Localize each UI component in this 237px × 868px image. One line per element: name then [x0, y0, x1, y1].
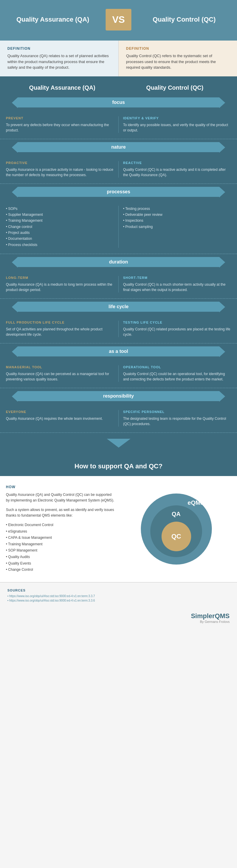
category-banner-1: nature: [18, 142, 219, 152]
eqms-section: HOW Quality Assurance (QA) and Quality C…: [0, 476, 237, 582]
row-qa-body-5: Quality Assurance (QA) can be perceived …: [6, 371, 114, 382]
row-qc-body-3: Quality Control (QC) is a much shorter-t…: [123, 282, 231, 292]
comparison-header: Quality Assurance (QA) Quality Control (…: [0, 76, 237, 94]
row-qc-body-1: Quality Control (QC) is a reactive activ…: [123, 167, 231, 178]
source-link: • https://www.iso.org/obp/ui/#iso:std:is…: [7, 599, 230, 602]
row-qc-subtitle-0: IDENTIFY & VERIFY: [123, 116, 231, 120]
row-qa-subtitle-4: FULL PRODUCTION LIFE CYCLE: [6, 321, 114, 324]
comp-title-qc: Quality Control (QC): [118, 84, 231, 91]
category-banner-0: focus: [18, 97, 219, 107]
list-item: Training Management: [6, 218, 114, 223]
footer-brand: SimplerQMS By Germans Frolovs: [0, 609, 237, 629]
row-right-4: TESTING LIFE CYCLEQuality Control (QC) r…: [118, 321, 231, 337]
list-item: Change control: [6, 224, 114, 230]
row-focus: PREVENTTo prevent any defects before the…: [0, 111, 237, 139]
row-qa-list-2: SOPsSupplier ManagementTraining Manageme…: [6, 206, 114, 248]
row-life-cycle: FULL PRODUCTION LIFE CYCLESet of QA acti…: [0, 315, 237, 343]
list-item: Deliverable peer review: [123, 212, 231, 218]
definition-qc-text: Quality Control (QC) refers to the syste…: [126, 53, 230, 70]
arrow-section: [0, 433, 237, 457]
list-item: Project audits: [6, 230, 114, 236]
how-label: HOW: [6, 485, 116, 489]
row-right-0: IDENTIFY & VERIFYTo identify any possibl…: [118, 116, 231, 133]
row-qa-subtitle-3: LONG-TERM: [6, 276, 114, 279]
row-qa-body-6: Quality Assurance (QA) requires the whol…: [6, 416, 114, 421]
eqms-right: eQMS QA QC: [122, 485, 231, 573]
category-banner-wrap-6: responsibility: [0, 388, 237, 404]
comparison-section: Quality Assurance (QA) Quality Control (…: [0, 76, 237, 476]
row-as-a-tool: MANAGERIAL TOOLQuality Assurance (QA) ca…: [0, 360, 237, 388]
category-banner-5: as a tool: [18, 346, 219, 356]
header-qc-title: Quality Control (QC): [137, 16, 231, 24]
header-qa: Quality Assurance (QA): [6, 16, 100, 24]
how-title-text: How to support QA and QC?: [6, 462, 231, 470]
category-banner-wrap-3: duration: [0, 254, 237, 270]
brand-info: SimplerQMS By Germans Frolovs: [191, 612, 230, 623]
list-item: CAPA & Issue Management: [6, 535, 116, 541]
list-item: Product sampling: [123, 224, 231, 230]
row-qc-subtitle-6: SPECIFIC PERSONNEL: [123, 410, 231, 413]
row-qa-body-0: To prevent any defects before they occur…: [6, 122, 114, 133]
row-qa-subtitle-5: MANAGERIAL TOOL: [6, 365, 114, 369]
venn-inner-circle: QC: [162, 522, 191, 551]
row-right-6: SPECIFIC PERSONNELThe designated testing…: [118, 410, 231, 427]
row-qa-body-1: Quality Assurance is a proactive activit…: [6, 167, 114, 178]
list-item: Supplier Management: [6, 212, 114, 218]
category-banner-wrap-0: focus: [0, 94, 237, 111]
row-qc-subtitle-5: OPERATIONAL TOOL: [123, 365, 231, 369]
row-left-0: PREVENTTo prevent any defects before the…: [6, 116, 118, 133]
row-qc-body-5: Qualoity Control (QC) could be an operat…: [123, 371, 231, 382]
brand-name: SimplerQMS: [191, 612, 230, 620]
list-item: SOP Management: [6, 547, 116, 554]
list-item: Inspections: [123, 218, 231, 223]
list-item: eSignatures: [6, 528, 116, 535]
how-section-title: How to support QA and QC?: [0, 457, 237, 476]
sources-section: SOURCES • https://www.iso.org/obp/ui/#is…: [0, 582, 237, 609]
how-list: Electronic Document ControleSignaturesCA…: [6, 522, 116, 573]
row-processes: SOPsSupplier ManagementTraining Manageme…: [0, 200, 237, 254]
category-banner-wrap-2: processes: [0, 184, 237, 200]
definition-section: DEFINITION Quality Assurance (QA) relate…: [0, 39, 237, 76]
eqms-left: HOW Quality Assurance (QA) and Quality C…: [6, 485, 116, 573]
row-left-3: LONG-TERMQuality Assurance (QA) is a med…: [6, 276, 118, 292]
row-right-1: REACTIVEQuality Control (QC) is a reacti…: [118, 161, 231, 178]
list-item: Training Management: [6, 541, 116, 548]
row-qc-body-4: Quality Control (QC) related procedures …: [123, 327, 231, 337]
list-item: Change Control: [6, 567, 116, 573]
header-vs-badge: VS: [106, 9, 131, 30]
sources-label: SOURCES: [7, 589, 230, 592]
list-item: Quality Audits: [6, 554, 116, 560]
category-banner-2: processes: [18, 187, 219, 197]
category-banner-wrap-5: as a tool: [0, 343, 237, 360]
source-link: • https://www.iso.org/obp/ui/#iso:std:is…: [7, 594, 230, 598]
row-qa-subtitle-6: EVERYONE: [6, 410, 114, 413]
row-qc-list-2: Testing processDeliverable peer reviewIn…: [123, 206, 231, 230]
category-banner-3: duration: [18, 257, 219, 267]
definition-qa-text: Quality Assurance (QA) relates to a set …: [7, 53, 111, 70]
row-qc-body-6: The designated testing team is responsib…: [123, 416, 231, 427]
categories-container: focusPREVENTTo prevent any defects befor…: [0, 94, 237, 433]
how-intro1: Quality Assurance (QA) and Quality Contr…: [6, 492, 116, 503]
brand-sub: By Germans Frolovs: [191, 620, 230, 623]
definition-qc: DEFINITION Quality Control (QC) refers t…: [118, 40, 237, 76]
venn-qc-label: QC: [171, 533, 181, 540]
row-right-5: OPERATIONAL TOOLQualoity Control (QC) co…: [118, 365, 231, 382]
category-banner-wrap-1: nature: [0, 139, 237, 155]
definition-qc-label: DEFINITION: [126, 46, 230, 51]
row-qc-subtitle-3: SHORT-TERM: [123, 276, 231, 279]
row-left-2: SOPsSupplier ManagementTraining Manageme…: [6, 206, 118, 248]
row-qc-body-0: To identify any possible issues, and ver…: [123, 122, 231, 133]
venn-diagram: eQMS QA QC: [138, 491, 215, 567]
row-qa-subtitle-0: PREVENT: [6, 116, 114, 120]
row-left-5: MANAGERIAL TOOLQuality Assurance (QA) ca…: [6, 365, 118, 382]
sources-links: • https://www.iso.org/obp/ui/#iso:std:is…: [7, 594, 230, 602]
row-responsibility: EVERYONEQuality Assurance (QA) requires …: [0, 404, 237, 433]
row-qa-subtitle-1: PROACTIVE: [6, 161, 114, 164]
how-intro2: Such a system allows to prevent, as well…: [6, 507, 116, 518]
row-nature: PROACTIVEQuality Assurance is a proactiv…: [0, 155, 237, 184]
list-item: Electronic Document Control: [6, 522, 116, 528]
definition-qa-label: DEFINITION: [7, 46, 111, 51]
row-qa-body-3: Quality Assurance (QA) is a medium to lo…: [6, 282, 114, 292]
definition-qa: DEFINITION Quality Assurance (QA) relate…: [0, 40, 118, 76]
list-item: Process checklists: [6, 242, 114, 248]
